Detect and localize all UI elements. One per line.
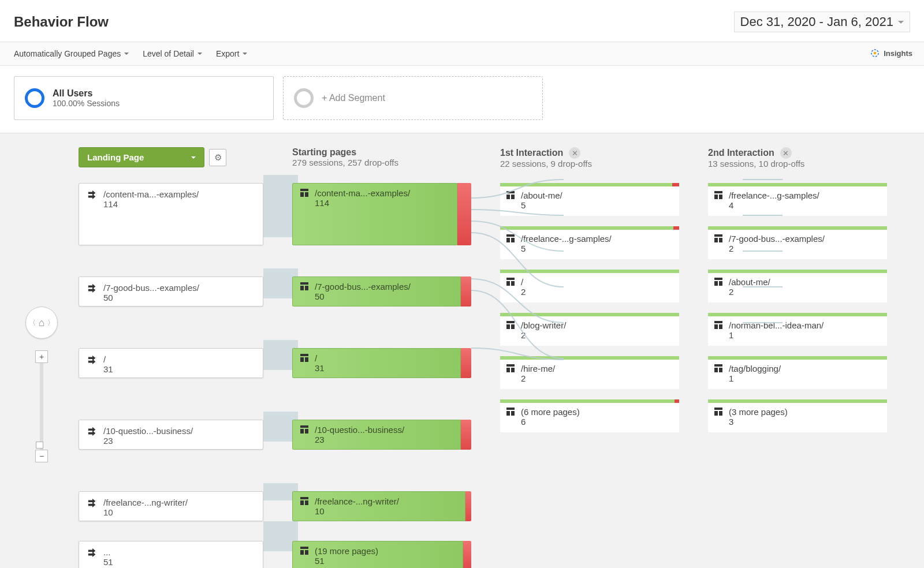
zoom-out-button[interactable]: − [35, 450, 48, 462]
dropoff-bar [461, 348, 471, 378]
landing-node[interactable]: /content-ma...-examples/ 114 [79, 183, 263, 245]
flow-node[interactable]: /about-me/2 [708, 270, 887, 302]
page-icon [506, 320, 515, 331]
flow-node[interactable]: / 31 [292, 348, 471, 378]
svg-rect-5 [300, 282, 308, 285]
entry-arrow-icon [87, 189, 98, 200]
nav-right-arrow[interactable]: 〉 [47, 318, 54, 328]
svg-rect-43 [719, 238, 722, 242]
column-2nd-interaction: 2nd Interaction ✕ 13 sessions, 10 drop-o… [708, 147, 916, 568]
flow-node[interactable]: /10-questio...-business/ 23 [292, 420, 471, 450]
svg-rect-11 [300, 425, 308, 428]
svg-rect-10 [305, 357, 308, 362]
nav-left-arrow[interactable]: 〈 [29, 318, 36, 328]
nav-pan-control: 〈 ⌂ 〉 [25, 307, 58, 339]
landing-node[interactable]: / 31 [79, 348, 263, 378]
entry-arrow-icon [87, 283, 98, 293]
level-detail-dropdown[interactable]: Level of Detail [143, 49, 202, 58]
dropoff-bar [672, 183, 679, 186]
svg-rect-12 [300, 429, 304, 434]
svg-rect-7 [305, 286, 308, 290]
flow-node[interactable]: /freelance-...ng-writer/ 10 [292, 491, 471, 521]
flow-node[interactable]: /tag/blogging/1 [708, 356, 887, 389]
segments-bar: All Users 100.00% Sessions + Add Segment [0, 66, 924, 133]
close-column-button[interactable]: ✕ [780, 147, 792, 159]
svg-rect-35 [506, 408, 515, 410]
svg-rect-33 [506, 368, 510, 372]
flow-node[interactable]: /freelance-...g-samples/4 [708, 183, 887, 216]
gear-icon: ⚙ [214, 152, 222, 163]
dimension-pill[interactable]: Landing Page [79, 147, 204, 167]
flow-node[interactable]: /about-me/5 [500, 183, 679, 216]
page-icon [506, 407, 515, 418]
flow-node[interactable]: /hire-me/2 [500, 356, 679, 389]
segment-sub: 100.00% Sessions [53, 99, 120, 108]
column-title: 2nd Interaction [708, 148, 774, 158]
landing-node[interactable]: ... 51 [79, 541, 263, 568]
segment-all-users[interactable]: All Users 100.00% Sessions [14, 76, 274, 120]
svg-rect-51 [714, 368, 718, 372]
add-segment-label: + Add Segment [322, 93, 385, 103]
page-icon [506, 190, 515, 201]
close-column-button[interactable]: ✕ [569, 147, 580, 159]
svg-rect-50 [714, 364, 722, 367]
svg-rect-52 [719, 368, 722, 372]
insights-button[interactable]: Insights [870, 48, 912, 58]
landing-node[interactable]: /7-good-bus...-examples/ 50 [79, 276, 263, 307]
flow-node[interactable]: (19 more pages) 51 [292, 541, 471, 568]
dropoff-bar [463, 541, 471, 568]
settings-button[interactable]: ⚙ [209, 149, 226, 166]
landing-column: Landing Page ⚙ /content-ma...-examples/ … [79, 147, 292, 568]
home-icon[interactable]: ⌂ [39, 317, 45, 329]
export-dropdown[interactable]: Export [216, 49, 247, 58]
column-title: Starting pages [292, 147, 471, 158]
chevron-down-icon [898, 21, 904, 24]
header: Behavior Flow Dec 31, 2020 - Jan 6, 2021 [0, 0, 924, 42]
flow-node[interactable]: /blog-writer/2 [500, 313, 679, 346]
svg-rect-15 [300, 500, 304, 505]
entry-arrow-icon [87, 426, 98, 436]
svg-rect-42 [714, 238, 718, 242]
flow-node[interactable]: /7-good-bus...-examples/ 50 [292, 276, 471, 307]
zoom-in-button[interactable]: + [35, 350, 48, 363]
zoom-control: + − [25, 350, 58, 462]
column-title: 1st Interaction [500, 148, 563, 158]
svg-rect-14 [300, 497, 308, 499]
flow-canvas[interactable]: 〈 ⌂ 〉 + − Landing Page ⚙ [0, 133, 924, 568]
flow-node[interactable]: /freelance-...g-samples/5 [500, 226, 679, 259]
flow-node[interactable]: /norman-bel...-idea-man/1 [708, 313, 887, 346]
flow-node[interactable]: /2 [500, 270, 679, 302]
flow-node[interactable]: (3 more pages)3 [708, 399, 887, 432]
svg-rect-17 [300, 547, 308, 549]
landing-node[interactable]: /freelance-...ng-writer/ 10 [79, 491, 263, 521]
column-sub: 13 sessions, 10 drop-offs [708, 159, 887, 169]
flow-node[interactable]: (6 more pages)6 [500, 399, 679, 432]
flow-node[interactable]: /content-ma...-examples/ 114 [292, 183, 471, 245]
zoom-slider[interactable] [40, 363, 43, 450]
nav-controls: 〈 ⌂ 〉 + − [25, 307, 58, 462]
grouped-pages-dropdown[interactable]: Automatically Grouped Pages [14, 49, 129, 58]
svg-rect-55 [719, 411, 722, 416]
svg-rect-46 [719, 281, 722, 286]
entry-arrow-icon [87, 354, 98, 365]
svg-rect-48 [714, 324, 718, 329]
zoom-handle[interactable] [36, 442, 43, 449]
date-range-picker[interactable]: Dec 31, 2020 - Jan 6, 2021 [734, 12, 910, 32]
svg-rect-37 [511, 411, 515, 416]
toolbar: Automatically Grouped Pages Level of Det… [0, 42, 924, 66]
svg-rect-41 [714, 234, 722, 237]
page-title: Behavior Flow [14, 14, 109, 30]
svg-rect-40 [719, 195, 722, 199]
chevron-down-icon [191, 156, 196, 159]
svg-rect-32 [506, 364, 515, 367]
dropoff-bar [457, 183, 471, 245]
svg-rect-38 [714, 191, 722, 193]
svg-rect-8 [300, 354, 308, 356]
column-1st-interaction: 1st Interaction ✕ 22 sessions, 9 drop-of… [500, 147, 708, 568]
flow-node[interactable]: /7-good-bus...-examples/2 [708, 226, 887, 259]
segment-circle-icon [25, 88, 44, 108]
dropoff-bar [675, 399, 679, 403]
add-segment-button[interactable]: + Add Segment [283, 76, 543, 120]
svg-rect-9 [300, 357, 304, 362]
landing-node[interactable]: /10-questio...-business/ 23 [79, 420, 263, 450]
